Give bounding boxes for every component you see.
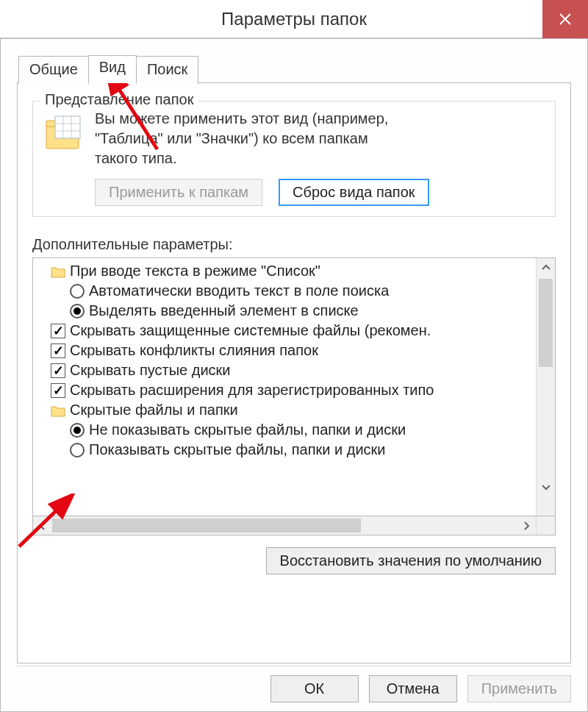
tree-item-label: Скрывать расширения для зарегистрированн…: [70, 382, 434, 399]
folder-views-desc-line3: такого типа.: [95, 150, 177, 166]
horizontal-scrollbar[interactable]: [32, 516, 556, 535]
folder-views-description: Вы можете применить этот вид (например, …: [95, 109, 388, 168]
dialog-footer: ОК Отмена Применить: [17, 666, 571, 702]
ok-button[interactable]: ОК: [270, 675, 359, 702]
advanced-settings-tree[interactable]: При вводе текста в режиме "Список"Автома…: [32, 257, 556, 516]
radio[interactable]: [70, 443, 85, 458]
tree-item[interactable]: Скрывать расширения для зарегистрированн…: [37, 380, 534, 400]
scroll-thumb-vertical[interactable]: [539, 279, 553, 367]
folder-views-icon: [43, 112, 85, 153]
tab-general[interactable]: Общие: [18, 56, 89, 84]
tab-search[interactable]: Поиск: [136, 56, 198, 84]
scroll-thumb-horizontal[interactable]: [52, 519, 361, 533]
checkbox[interactable]: [51, 363, 65, 378]
restore-defaults-button[interactable]: Восстановить значения по умолчанию: [266, 547, 556, 574]
checkbox[interactable]: [51, 324, 65, 338]
view-tab-panel: Представление папок Вы можете применить …: [17, 82, 571, 663]
tree-item-label: Скрытые файлы и папки: [70, 402, 238, 419]
apply-button[interactable]: Применить: [467, 675, 571, 702]
cancel-button[interactable]: Отмена: [369, 675, 457, 702]
dialog-body: Общие Вид Поиск Представление папок: [0, 38, 588, 712]
folder-options-window: Параметры папок Общие Вид Поиск: [0, 0, 588, 712]
window-title: Параметры папок: [0, 9, 588, 29]
close-button[interactable]: [542, 0, 588, 38]
titlebar: Параметры папок: [0, 0, 588, 38]
tree-item-label: При вводе текста в режиме "Список": [70, 263, 320, 280]
radio[interactable]: [70, 284, 85, 299]
scroll-up-icon[interactable]: [537, 258, 555, 277]
scroll-down-icon[interactable]: [537, 477, 555, 496]
folder-icon: [51, 403, 65, 418]
radio[interactable]: [70, 304, 85, 318]
tree-item-label: Показывать скрытые файлы, папки и диски: [89, 441, 385, 458]
radio[interactable]: [70, 423, 85, 438]
tree-item-label: Выделять введенный элемент в списке: [89, 302, 359, 319]
tree-item[interactable]: Скрывать пустые диски: [37, 360, 534, 380]
tree-item-label: Скрывать пустые диски: [70, 362, 231, 379]
tree-item[interactable]: Показывать скрытые файлы, папки и диски: [37, 440, 534, 460]
folder-icon: [51, 264, 65, 279]
checkbox[interactable]: [51, 343, 65, 358]
tree-item-label: Скрывать защищенные системные файлы (рек…: [70, 322, 431, 339]
apply-to-folders-button[interactable]: Применить к папкам: [95, 179, 262, 206]
tree-item[interactable]: Скрывать конфликты слияния папок: [37, 341, 534, 360]
reset-folders-button[interactable]: Сброс вида папок: [279, 179, 429, 206]
advanced-settings-label: Дополнительные параметры:: [32, 236, 556, 253]
tree-item-label: Не показывать скрытые файлы, папки и дис…: [89, 421, 406, 438]
tab-view[interactable]: Вид: [88, 55, 137, 83]
folder-views-desc-line2: "Таблица" или "Значки") ко всем папкам: [95, 130, 368, 146]
folder-views-desc-line1: Вы можете применить этот вид (например,: [95, 110, 388, 127]
tree-item: При вводе текста в режиме "Список": [37, 261, 534, 281]
scroll-corner: [536, 516, 555, 535]
tree-item[interactable]: Автоматически вводить текст в поле поиск…: [37, 281, 534, 301]
folder-views-group: Представление папок Вы можете применить …: [32, 101, 556, 217]
tree-item[interactable]: Не показывать скрытые файлы, папки и дис…: [37, 420, 534, 440]
vertical-scrollbar[interactable]: [536, 258, 555, 516]
tree-item-label: Скрывать конфликты слияния папок: [70, 342, 318, 359]
svg-rect-4: [55, 116, 80, 138]
tree-item-label: Автоматически вводить текст в поле поиск…: [89, 282, 389, 299]
tab-strip: Общие Вид Поиск: [18, 55, 571, 83]
scroll-track-horizontal[interactable]: [52, 516, 517, 535]
folder-views-legend: Представление папок: [40, 91, 198, 108]
tree-item[interactable]: Скрывать защищенные системные файлы (рек…: [37, 321, 534, 341]
close-icon: [559, 13, 572, 26]
tree-item: Скрытые файлы и папки: [37, 400, 534, 420]
checkbox[interactable]: [51, 383, 65, 398]
tree-item[interactable]: Выделять введенный элемент в списке: [37, 301, 534, 321]
tree-viewport: При вводе текста в режиме "Список"Автома…: [33, 258, 536, 516]
scroll-left-icon[interactable]: [33, 516, 52, 535]
scroll-right-icon[interactable]: [517, 516, 536, 535]
